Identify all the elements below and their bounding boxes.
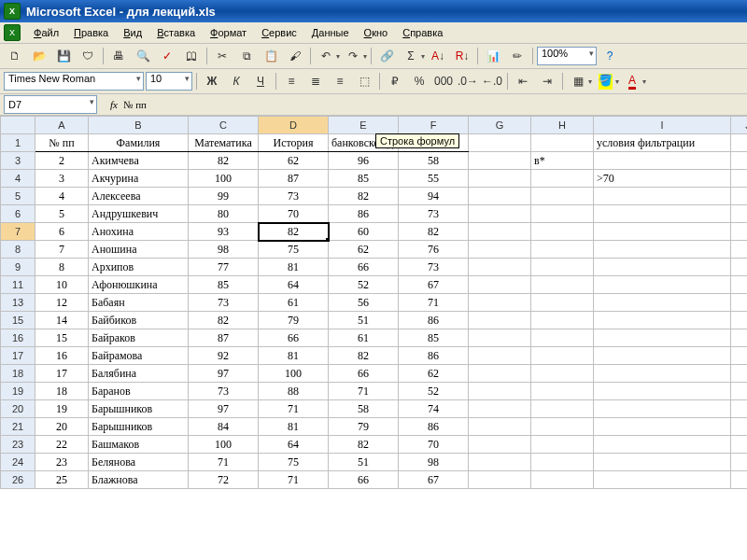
col-header-G[interactable]: G (469, 117, 531, 134)
align-right-icon[interactable]: ≡ (329, 70, 351, 92)
cell-C21[interactable]: 84 (189, 418, 259, 436)
row-header-16[interactable]: 16 (1, 329, 35, 347)
cell-G8[interactable] (469, 241, 531, 259)
cell-G1[interactable] (469, 134, 531, 152)
cell-E11[interactable]: 52 (329, 276, 399, 294)
cell-J23[interactable] (731, 436, 748, 454)
menu-окно[interactable]: Окно (357, 25, 396, 40)
cell-I3[interactable] (594, 152, 731, 170)
merge-center-icon[interactable]: ⬚ (353, 70, 375, 92)
spelling-icon[interactable]: ✓ (156, 45, 178, 67)
cell-C3[interactable]: 82 (189, 152, 259, 170)
cell-F23[interactable]: 70 (399, 436, 469, 454)
cell-G4[interactable] (469, 170, 531, 188)
cell-H6[interactable] (531, 205, 594, 223)
paste-icon[interactable]: 📋 (260, 45, 282, 67)
cell-I13[interactable] (594, 294, 731, 312)
cell-B4[interactable]: Акчурина (89, 170, 189, 188)
cell-I20[interactable] (594, 400, 731, 418)
cell-I8[interactable] (594, 241, 731, 259)
row-header-15[interactable]: 15 (1, 312, 35, 329)
cell-I21[interactable] (594, 418, 731, 436)
cell-F15[interactable]: 86 (399, 312, 469, 329)
row-header-3[interactable]: 3 (1, 152, 35, 170)
cell-A17[interactable]: 16 (35, 347, 89, 365)
cell-E3[interactable]: 96 (329, 152, 399, 170)
cut-icon[interactable]: ✂ (211, 45, 233, 67)
cell-J9[interactable] (731, 259, 748, 276)
cell-H5[interactable] (531, 188, 594, 205)
cell-B15[interactable]: Байбиков (89, 312, 189, 329)
cell-J20[interactable] (731, 400, 748, 418)
cell-C24[interactable]: 71 (189, 454, 259, 471)
cell-B17[interactable]: Байрамова (89, 347, 189, 365)
cell-H15[interactable] (531, 312, 594, 329)
cell-H4[interactable] (531, 170, 594, 188)
row-header-18[interactable]: 18 (1, 365, 35, 383)
cell-G26[interactable] (469, 471, 531, 489)
cell-F7[interactable]: 82 (399, 223, 469, 241)
col-header-J[interactable]: J (731, 117, 748, 134)
cell-F3[interactable]: 58 (399, 152, 469, 170)
cell-C26[interactable]: 72 (189, 471, 259, 489)
cell-I1[interactable]: условия фильтрации (594, 134, 731, 152)
cell-A4[interactable]: 3 (35, 170, 89, 188)
cell-B18[interactable]: Балябина (89, 365, 189, 383)
percent-icon[interactable]: % (408, 70, 430, 92)
fill-color-icon[interactable]: 🪣 (594, 70, 616, 92)
cell-H16[interactable] (531, 329, 594, 347)
cell-F18[interactable]: 62 (399, 365, 469, 383)
fx-icon[interactable]: fx (110, 99, 118, 110)
cell-J3[interactable] (731, 152, 748, 170)
cell-H1[interactable] (531, 134, 594, 152)
cell-J4[interactable] (731, 170, 748, 188)
cell-F19[interactable]: 52 (399, 383, 469, 400)
cell-E21[interactable]: 79 (329, 418, 399, 436)
sort-desc-icon[interactable]: R↓ (451, 45, 473, 67)
cell-C20[interactable]: 97 (189, 400, 259, 418)
font-combo[interactable]: Times New Roman (4, 72, 144, 91)
cell-G21[interactable] (469, 418, 531, 436)
cell-E18[interactable]: 66 (329, 365, 399, 383)
col-header-A[interactable]: A (35, 117, 89, 134)
cell-G18[interactable] (469, 365, 531, 383)
decrease-indent-icon[interactable]: ⇤ (512, 70, 534, 92)
borders-icon[interactable]: ▦ (567, 70, 589, 92)
cell-D5[interactable]: 73 (259, 188, 329, 205)
cell-H18[interactable] (531, 365, 594, 383)
row-header-26[interactable]: 26 (1, 471, 35, 489)
cell-H11[interactable] (531, 276, 594, 294)
row-header-7[interactable]: 7 (1, 223, 35, 241)
cell-D8[interactable]: 75 (259, 241, 329, 259)
increase-indent-icon[interactable]: ⇥ (536, 70, 558, 92)
cell-C19[interactable]: 73 (189, 383, 259, 400)
menu-правка[interactable]: Правка (66, 25, 116, 40)
cell-I18[interactable] (594, 365, 731, 383)
research-icon[interactable]: 🕮 (180, 45, 203, 67)
row-header-1[interactable]: 1 (1, 134, 35, 152)
cell-F17[interactable]: 86 (399, 347, 469, 365)
cell-J16[interactable] (731, 329, 748, 347)
cell-A18[interactable]: 17 (35, 365, 89, 383)
cell-D15[interactable]: 79 (259, 312, 329, 329)
cell-F26[interactable]: 67 (399, 471, 469, 489)
new-icon[interactable]: 🗋 (4, 45, 26, 67)
cell-G11[interactable] (469, 276, 531, 294)
cell-I11[interactable] (594, 276, 731, 294)
formula-value[interactable]: № пп (123, 99, 147, 110)
row-header-11[interactable]: 11 (1, 276, 35, 294)
cell-G16[interactable] (469, 329, 531, 347)
cell-G6[interactable] (469, 205, 531, 223)
cell-C4[interactable]: 100 (189, 170, 259, 188)
cell-E9[interactable]: 66 (329, 259, 399, 276)
cell-B7[interactable]: Анохина (89, 223, 189, 241)
select-all-corner[interactable] (1, 117, 35, 134)
cell-B6[interactable]: Андрушкевич (89, 205, 189, 223)
row-header-20[interactable]: 20 (1, 400, 35, 418)
cell-E26[interactable]: 66 (329, 471, 399, 489)
font-color-icon[interactable]: A (621, 70, 643, 92)
cell-J1[interactable] (731, 134, 748, 152)
cell-A16[interactable]: 15 (35, 329, 89, 347)
cell-H9[interactable] (531, 259, 594, 276)
save-icon[interactable]: 💾 (52, 45, 75, 67)
